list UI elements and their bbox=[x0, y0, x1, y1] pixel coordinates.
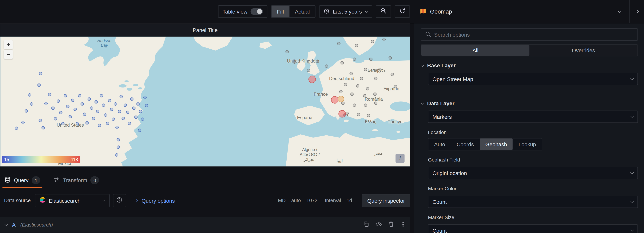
map-marker-blue bbox=[44, 102, 48, 105]
map-attribution-button[interactable]: i bbox=[396, 154, 404, 163]
map-marker-gray bbox=[357, 113, 360, 116]
panel-preview: Panel Title bbox=[0, 24, 410, 167]
disable-query-button[interactable] bbox=[375, 221, 382, 228]
map-zoom-in-button[interactable]: + bbox=[4, 40, 13, 49]
map-marker-red bbox=[308, 76, 316, 83]
location-radio-group: Auto Coords Geohash Lookup bbox=[428, 138, 542, 150]
map-label: España bbox=[297, 115, 312, 120]
map-label: United Kingdom bbox=[287, 58, 319, 63]
panel-title: Panel Title bbox=[193, 27, 218, 33]
delete-query-button[interactable] bbox=[388, 221, 394, 228]
data-layer-header[interactable]: Data Layer bbox=[421, 100, 638, 106]
location-label: Location bbox=[428, 129, 638, 135]
map-marker-blue bbox=[61, 122, 64, 125]
map-marker-blue bbox=[117, 138, 120, 141]
grip-dots-icon bbox=[400, 222, 406, 228]
map-marker-blue bbox=[104, 113, 107, 117]
tab-query[interactable]: Query 1 bbox=[2, 176, 42, 188]
zoom-out-time-button[interactable] bbox=[376, 5, 391, 18]
actual-button[interactable]: Actual bbox=[289, 6, 315, 17]
datasource-value: Elasticsearch bbox=[49, 197, 99, 204]
map-marker-gray bbox=[374, 93, 377, 96]
elasticsearch-logo-icon bbox=[39, 197, 45, 204]
duplicate-query-button[interactable] bbox=[363, 221, 369, 228]
location-option-geohash[interactable]: Geohash bbox=[480, 138, 513, 150]
location-option-coords[interactable]: Coords bbox=[451, 138, 480, 150]
map-marker-blue bbox=[120, 95, 123, 98]
panel-header[interactable]: Panel Title bbox=[0, 24, 410, 37]
tab-query-label: Query bbox=[14, 177, 28, 183]
tab-transform[interactable]: Transform 0 bbox=[52, 176, 101, 188]
tab-overrides[interactable]: Overrides bbox=[529, 45, 637, 56]
base-layer-header[interactable]: Base Layer bbox=[421, 63, 638, 69]
time-range-picker[interactable]: Last 5 years bbox=[319, 5, 372, 18]
chevron-down-icon bbox=[102, 198, 106, 202]
data-layer-title: Data Layer bbox=[427, 100, 454, 106]
map-marker-blue bbox=[141, 117, 144, 121]
panel-type-chevron-down-icon[interactable] bbox=[618, 9, 621, 13]
map-marker-gray bbox=[293, 61, 296, 64]
legend-min-value: 15 bbox=[4, 157, 9, 162]
options-tab-group: All Overrides bbox=[421, 45, 638, 57]
chevron-down-icon bbox=[630, 228, 634, 232]
datasource-label: Data source bbox=[4, 198, 31, 203]
map-label: Türkiye bbox=[388, 119, 402, 124]
map-marker-gray bbox=[316, 60, 319, 63]
marker-size-select[interactable]: Count bbox=[428, 224, 638, 233]
table-view-toggle[interactable]: Table view bbox=[218, 5, 268, 18]
location-option-auto[interactable]: Auto bbox=[428, 138, 451, 150]
map-zoom-out-button[interactable]: − bbox=[4, 50, 13, 59]
datasource-picker[interactable]: Elasticsearch bbox=[35, 194, 110, 207]
options-search[interactable] bbox=[421, 29, 638, 41]
map-marker-gray bbox=[360, 77, 363, 80]
topbar-controls: Table view Fill Actual Last 5 years bbox=[0, 0, 414, 23]
map-label: مصر bbox=[375, 151, 383, 156]
data-layer-select[interactable]: Markers bbox=[428, 111, 638, 123]
base-layer-select[interactable]: Open Street Map bbox=[428, 73, 638, 85]
map-marker-gray bbox=[337, 42, 340, 45]
map-marker-gray bbox=[339, 90, 342, 93]
eye-icon bbox=[375, 222, 382, 228]
map-marker-blue bbox=[134, 116, 138, 119]
map-marker-blue bbox=[116, 126, 119, 129]
search-options-input[interactable] bbox=[434, 32, 634, 38]
drag-handle[interactable] bbox=[400, 221, 406, 228]
marker-color-select[interactable]: Count bbox=[428, 196, 638, 208]
map-marker-blue bbox=[126, 111, 129, 114]
geohash-field-select[interactable]: OriginLocation bbox=[428, 167, 638, 179]
map-marker-gray bbox=[286, 50, 289, 53]
map-marker-red bbox=[331, 96, 338, 104]
chevron-right-icon bbox=[134, 199, 138, 202]
toggle-switch[interactable] bbox=[251, 8, 263, 15]
map-label: Deutschland bbox=[329, 76, 354, 81]
map-marker-blue bbox=[48, 93, 51, 96]
map-marker-blue bbox=[64, 94, 67, 97]
map-marker-blue bbox=[39, 72, 42, 75]
map-marker-blue bbox=[106, 122, 109, 125]
map-land-shapes bbox=[0, 37, 410, 166]
map-marker-blue bbox=[138, 129, 141, 132]
chevron-down-icon[interactable] bbox=[4, 222, 8, 226]
transform-icon bbox=[54, 176, 60, 184]
fill-button[interactable]: Fill bbox=[272, 6, 289, 17]
chevron-down-icon bbox=[630, 114, 634, 118]
refresh-button[interactable] bbox=[395, 5, 410, 18]
map-marker-gray bbox=[353, 58, 356, 61]
query-row-a[interactable]: A (Elasticsearch) bbox=[0, 217, 410, 232]
collapse-options-button[interactable] bbox=[629, 0, 644, 23]
marker-color-label: Marker Color bbox=[428, 186, 638, 191]
map-label: Algérie / bbox=[302, 147, 317, 152]
search-icon bbox=[425, 31, 431, 38]
map-label: ليبيا bbox=[336, 158, 343, 163]
tab-all[interactable]: All bbox=[422, 45, 529, 56]
location-option-lookup[interactable]: Lookup bbox=[513, 138, 542, 150]
map-marker-blue bbox=[144, 96, 146, 99]
map-zoom-control: + − bbox=[4, 40, 13, 60]
query-inspector-button[interactable]: Query inspector bbox=[362, 194, 410, 207]
map-marker-blue bbox=[59, 111, 62, 114]
datasource-help-button[interactable] bbox=[113, 194, 126, 207]
query-options-toggle[interactable]: Query options bbox=[135, 197, 175, 204]
geomap-canvas[interactable]: HudsonBayUnited KingdomБеларусьDeutschla… bbox=[0, 37, 410, 166]
copy-icon bbox=[363, 222, 369, 228]
query-toolbar: Data source Elasticsearch Query options … bbox=[0, 192, 410, 209]
